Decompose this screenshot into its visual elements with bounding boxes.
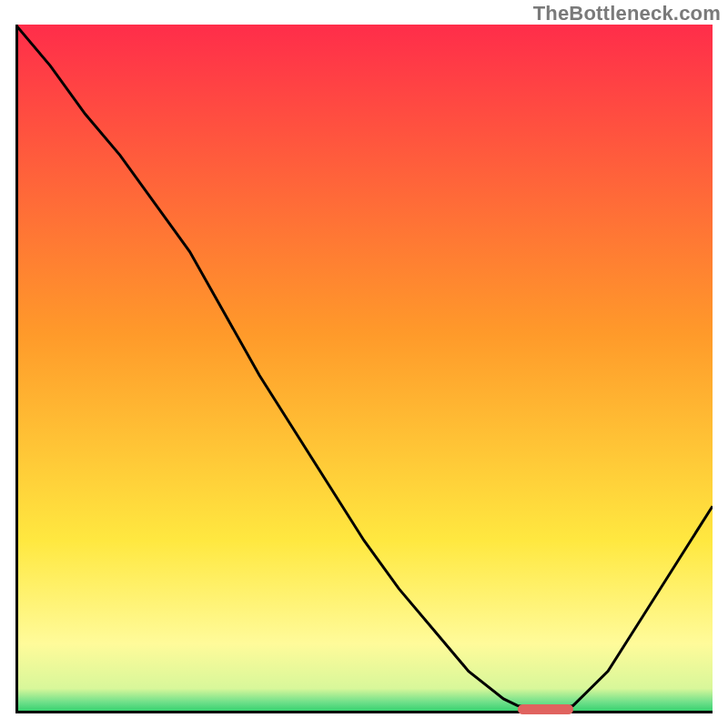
x-axis: [15, 711, 713, 713]
chart-container: TheBottleneck.com: [0, 0, 728, 728]
y-axis: [15, 25, 18, 713]
plot-area: [15, 25, 713, 713]
bottleneck-curve: [15, 25, 713, 713]
watermark-text: TheBottleneck.com: [533, 2, 721, 25]
optimal-range-marker: [518, 704, 573, 714]
